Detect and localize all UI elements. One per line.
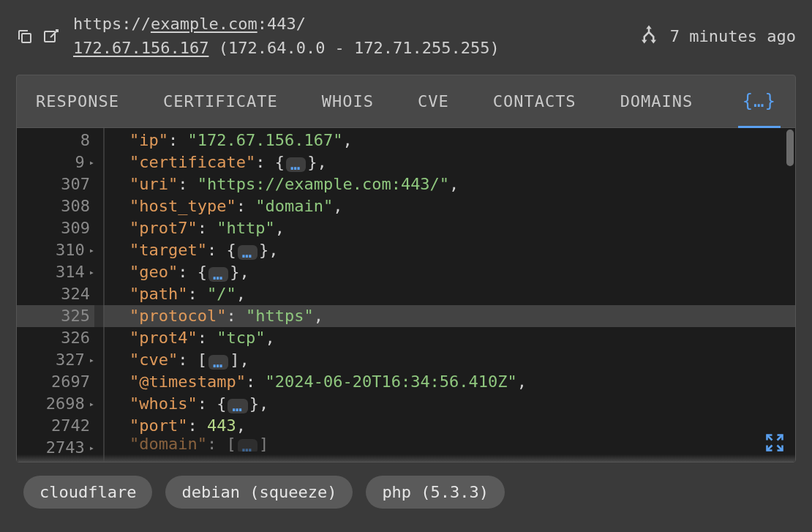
time-ago: 7 minutes ago (670, 27, 796, 45)
fold-toggle-icon[interactable]: ▸ (89, 355, 94, 365)
code-line[interactable]: "protocol": "https", (129, 305, 795, 327)
gutter-line: 327▸ (17, 349, 94, 371)
header-bar: https://example.com:443/ 172.67.156.167 … (16, 13, 796, 60)
fold-ellipsis-icon[interactable]: … (208, 355, 228, 370)
gutter-line: 2742 (17, 415, 94, 437)
fold-ellipsis-icon[interactable]: … (286, 157, 306, 172)
tab-whois[interactable]: WHOIS (322, 92, 374, 110)
gutter-line: 307 (17, 173, 94, 195)
gutter-line: 308 (17, 195, 94, 217)
code-line[interactable]: "uri": "https://example.com:443/", (129, 173, 795, 195)
code-line[interactable]: "domain": […] (129, 437, 795, 452)
gutter-line: 326 (17, 327, 94, 349)
json-editor[interactable]: 8 9▸307 308 309 310▸314▸324 325 326 327▸… (17, 128, 795, 462)
gutter-line: 314▸ (17, 261, 94, 283)
fold-toggle-icon[interactable]: ▸ (89, 267, 94, 277)
fold-ellipsis-icon[interactable]: … (238, 439, 257, 452)
fold-toggle-icon[interactable]: ▸ (89, 399, 94, 409)
gutter-line: 2698▸ (17, 393, 94, 415)
open-external-icon[interactable] (42, 28, 60, 48)
fold-ellipsis-icon[interactable]: … (238, 245, 257, 260)
code-line[interactable]: "certificate": {…}, (129, 151, 795, 173)
tab-contacts[interactable]: CONTACTS (493, 92, 576, 110)
code-line[interactable]: "cve": […], (129, 349, 795, 371)
fold-toggle-icon[interactable]: ▸ (89, 157, 94, 168)
tab-json[interactable]: {…} (743, 91, 776, 111)
code-line[interactable]: "path": "/", (129, 283, 795, 305)
code-line[interactable]: "prot4": "tcp", (129, 327, 795, 349)
code-line[interactable]: "host_type": "domain", (129, 195, 795, 217)
code-line[interactable]: "@timestamp": "2024-06-20T16:34:56.410Z"… (129, 371, 795, 393)
routes-icon[interactable] (638, 23, 660, 49)
code-line[interactable]: "whois": {…}, (129, 393, 795, 415)
tab-response[interactable]: RESPONSE (36, 92, 119, 110)
fold-toggle-icon[interactable]: ▸ (89, 245, 94, 255)
gutter-line: 9▸ (17, 151, 94, 173)
tab-certificate[interactable]: CERTIFICATE (163, 92, 278, 110)
gutter-line: 310▸ (17, 239, 94, 261)
code-area[interactable]: "ip": "172.67.156.167","certificate": {…… (105, 128, 795, 462)
chip-debian[interactable]: debian (squeeze) (165, 476, 353, 509)
svg-rect-0 (22, 34, 31, 42)
scrollbar-thumb[interactable] (786, 130, 794, 166)
gutter-line: 324 (17, 283, 94, 305)
header-ip[interactable]: 172.67.156.167 (73, 39, 208, 57)
fold-ellipsis-icon[interactable]: … (228, 399, 247, 413)
code-line[interactable]: "ip": "172.67.156.167", (129, 130, 795, 151)
code-line[interactable]: "prot7": "http", (129, 217, 795, 239)
tab-domains[interactable]: DOMAINS (620, 92, 693, 110)
tag-chips: cloudflare debian (squeeze) php (5.3.3) (16, 462, 796, 509)
chip-php[interactable]: php (5.3.3) (366, 476, 505, 509)
header-ip-range: (172.64.0.0 - 172.71.255.255) (208, 39, 499, 57)
tab-cve[interactable]: CVE (418, 92, 449, 110)
code-line[interactable]: "target": {…}, (129, 239, 795, 261)
url-suffix: :443/ (257, 15, 306, 33)
url-prefix: https:// (73, 15, 151, 33)
url-host[interactable]: example.com (151, 15, 257, 33)
header-url-block: https://example.com:443/ 172.67.156.167 … (73, 13, 500, 60)
chip-cloudflare[interactable]: cloudflare (23, 476, 152, 509)
svg-rect-1 (45, 31, 55, 42)
expand-icon[interactable] (764, 432, 785, 453)
gutter-line: 325 (17, 305, 94, 327)
fold-ellipsis-icon[interactable]: … (208, 267, 228, 282)
tabs-bar: RESPONSE CERTIFICATE WHOIS CVE CONTACTS … (17, 75, 795, 128)
gutter-line: 8 (17, 130, 94, 151)
gutter-line: 2697 (17, 371, 94, 393)
line-gutter: 8 9▸307 308 309 310▸314▸324 325 326 327▸… (17, 128, 105, 462)
gutter-line: 309 (17, 217, 94, 239)
code-line[interactable]: "geo": {…}, (129, 261, 795, 283)
code-line[interactable]: "port": 443, (129, 415, 795, 437)
copy-icon[interactable] (16, 28, 34, 48)
fold-toggle-icon[interactable]: ▸ (89, 443, 94, 453)
